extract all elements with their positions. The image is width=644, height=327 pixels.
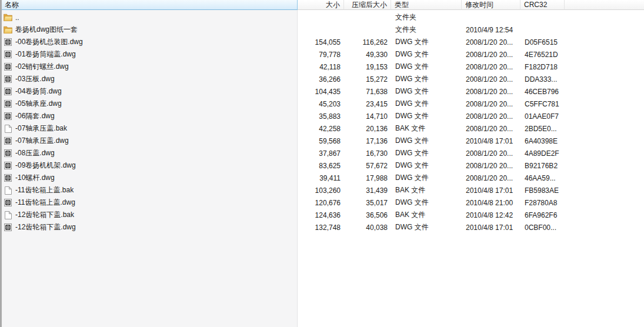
file-packed-size-cell: 14,710 [344, 112, 391, 121]
file-name: -08压盖.dwg [15, 148, 55, 158]
file-name: -11齿轮箱上盖.bak [15, 185, 74, 195]
file-name-cell: -07轴承压盖.dwg [2, 136, 298, 146]
file-crc32-cell: 6A40398E [520, 137, 565, 145]
file-type-cell: BAK 文件 [391, 185, 462, 195]
file-type-cell: DWG 文件 [391, 161, 462, 171]
file-type-cell: BAK 文件 [391, 210, 462, 220]
column-header-filler [565, 0, 644, 10]
column-header-packed[interactable]: 压缩后大小 [344, 0, 391, 10]
file-row[interactable]: -02销钉螺丝.dwg42,11819,153DWG 文件2008/1/20 2… [2, 61, 644, 73]
file-modified-cell: 2008/1/20 20... [462, 38, 520, 46]
file-row[interactable]: -03压板.dwg36,26615,272DWG 文件2008/1/20 20.… [2, 73, 644, 85]
file-packed-size-cell: 20,136 [344, 125, 391, 133]
dwg-file-icon [4, 173, 12, 182]
blank-file-icon [4, 124, 12, 133]
file-name-cell: .. [2, 13, 298, 22]
dwg-file-icon [4, 136, 12, 145]
dwg-file-icon [4, 112, 12, 121]
file-row[interactable]: -12齿轮箱下盖.bak124,63636,506BAK 文件2010/4/8 … [2, 209, 644, 221]
file-type-cell: 文件夹 [391, 25, 462, 35]
dwg-file-icon [4, 38, 12, 46]
dwg-file-icon [4, 62, 12, 71]
file-type-cell: DWG 文件 [391, 49, 462, 59]
file-row[interactable]: -10螺杆.dwg39,41117,988DWG 文件2008/1/20 20.… [2, 172, 644, 184]
file-row[interactable]: -08压盖.dwg37,86716,730DWG 文件2008/1/20 20.… [2, 147, 644, 159]
file-crc32-cell: 46CEB796 [520, 88, 565, 96]
file-packed-size-cell: 15,272 [344, 75, 391, 84]
file-row[interactable]: -07轴承压盖.bak42,25820,136BAK 文件2008/1/20 2… [2, 122, 644, 135]
file-name: -04卷扬筒.dwg [15, 86, 62, 96]
file-type-cell: DWG 文件 [391, 74, 462, 84]
file-row[interactable]: -05轴承座.dwg45,20323,415DWG 文件2008/1/20 20… [2, 98, 644, 110]
file-packed-size-cell: 23,415 [344, 100, 391, 108]
file-packed-size-cell: 71,638 [344, 88, 391, 96]
file-modified-cell: 2008/1/20 20... [462, 162, 520, 170]
file-crc32-cell: DDA333... [520, 75, 565, 84]
file-size-cell: 83,625 [298, 162, 344, 170]
file-modified-cell: 2008/1/20 20... [462, 125, 520, 133]
file-modified-cell: 2008/1/20 20... [462, 75, 520, 84]
file-packed-size-cell: 31,439 [344, 186, 391, 195]
file-crc32-cell: 0CBF00... [520, 223, 565, 232]
file-row[interactable]: -11齿轮箱上盖.bak103,26031,439BAK 文件2010/4/8 … [2, 184, 644, 196]
file-packed-size-cell: 116,262 [344, 38, 391, 46]
column-header-crc32[interactable]: CRC32 [520, 0, 565, 10]
column-header-type[interactable]: 类型 [391, 0, 462, 10]
file-row[interactable]: -00卷扬机总装图.dwg154,055116,262DWG 文件2008/1/… [2, 36, 644, 48]
file-size-cell: 79,778 [298, 51, 344, 59]
folder-icon [4, 25, 12, 34]
file-name-cell: -05轴承座.dwg [2, 99, 298, 109]
file-name-cell: -02销钉螺丝.dwg [2, 62, 298, 72]
file-row[interactable]: -04卷扬筒.dwg104,43571,638DWG 文件2008/1/20 2… [2, 85, 644, 98]
dwg-file-icon [4, 50, 12, 59]
file-modified-cell: 2010/4/8 17:01 [462, 137, 520, 145]
file-modified-cell: 2008/1/20 20... [462, 174, 520, 182]
file-crc32-cell: B92176B2 [520, 162, 565, 170]
file-packed-size-cell: 35,017 [344, 199, 391, 207]
file-row[interactable]: -09卷扬机机架.dwg83,62557,672DWG 文件2008/1/20 … [2, 159, 644, 172]
file-row[interactable]: -11齿轮箱上盖.dwg120,67635,017DWG 文件2010/4/8 … [2, 196, 644, 209]
file-type-cell: DWG 文件 [391, 148, 462, 158]
file-type-cell: BAK 文件 [391, 124, 462, 134]
file-modified-cell: 2010/4/8 21:00 [462, 199, 520, 207]
file-row[interactable]: -07轴承压盖.dwg59,56817,136DWG 文件2010/4/8 17… [2, 135, 644, 147]
file-list: ..文件夹卷扬机dwg图纸一套文件夹2010/4/9 12:54-00卷扬机总装… [2, 11, 644, 233]
file-row[interactable]: -06隔套.dwg35,88314,710DWG 文件2008/1/20 20.… [2, 110, 644, 122]
dwg-file-icon [4, 161, 12, 170]
dwg-file-icon [4, 149, 12, 158]
file-crc32-cell: C5FFC781 [520, 100, 565, 108]
file-type-cell: DWG 文件 [391, 198, 462, 208]
file-size-cell: 39,411 [298, 174, 344, 182]
file-row[interactable]: -01卷扬筒端盖.dwg79,77849,330DWG 文件2008/1/20 … [2, 48, 644, 61]
file-size-cell: 42,118 [298, 63, 344, 71]
file-name: -10螺杆.dwg [15, 173, 55, 183]
file-size-cell: 132,748 [298, 223, 344, 232]
file-name-cell: -00卷扬机总装图.dwg [2, 37, 298, 47]
dwg-file-icon [4, 198, 12, 207]
file-size-cell: 154,055 [298, 38, 344, 46]
file-size-cell: 120,676 [298, 199, 344, 207]
column-header-modified[interactable]: 修改时间 [462, 0, 520, 10]
file-name-cell: -01卷扬筒端盖.dwg [2, 49, 298, 59]
file-name: .. [15, 14, 19, 22]
file-type-cell: DWG 文件 [391, 136, 462, 146]
column-header-size[interactable]: 大小 [298, 0, 344, 10]
dwg-file-icon [4, 75, 12, 84]
file-type-cell: DWG 文件 [391, 99, 462, 109]
file-name-cell: -11齿轮箱上盖.dwg [2, 198, 298, 208]
folder-row[interactable]: 卷扬机dwg图纸一套文件夹2010/4/9 12:54 [2, 24, 644, 36]
file-size-cell: 45,203 [298, 100, 344, 108]
file-modified-cell: 2010/4/8 17:01 [462, 223, 520, 232]
file-packed-size-cell: 19,153 [344, 63, 391, 71]
file-packed-size-cell: 17,988 [344, 174, 391, 182]
file-modified-cell: 2010/4/8 17:01 [462, 186, 520, 195]
folder-row[interactable]: ..文件夹 [2, 11, 644, 24]
column-header-name[interactable]: 名称 [2, 0, 298, 10]
file-row[interactable]: -12齿轮箱下盖.dwg132,74840,038DWG 文件2010/4/8 … [2, 221, 644, 233]
file-name: -06隔套.dwg [15, 111, 55, 121]
file-name: -07轴承压盖.bak [15, 124, 67, 134]
file-name: -09卷扬机机架.dwg [15, 161, 76, 171]
file-size-cell: 36,266 [298, 75, 344, 84]
file-name-cell: -07轴承压盖.bak [2, 124, 298, 134]
file-name-cell: -12齿轮箱下盖.dwg [2, 222, 298, 232]
